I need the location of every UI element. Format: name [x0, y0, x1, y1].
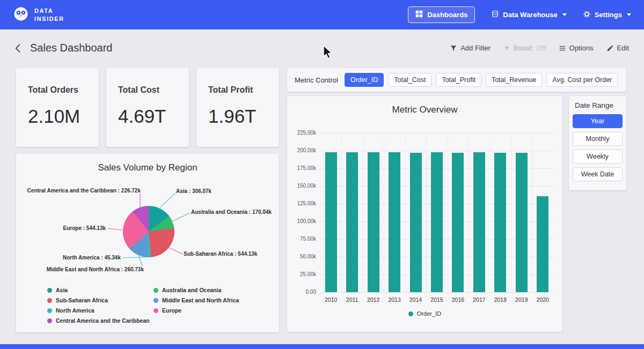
legend-label: Europe: [162, 307, 181, 314]
bar-2014: [410, 153, 422, 292]
gridline-vertical: [426, 133, 427, 292]
legend-dot: [153, 288, 158, 293]
date-range-button-year[interactable]: Year: [573, 114, 623, 128]
edit-label: Edit: [617, 44, 629, 52]
pie-callout-middle-east-and-north-africa: Middle East and North Africa : 260.73k: [26, 266, 144, 272]
metric-button-total-revenue[interactable]: Total_Revenue: [486, 73, 542, 87]
metric-button-total-cost[interactable]: Total_Cost: [388, 73, 431, 87]
legend-item-europe: Europe: [153, 307, 239, 314]
pie-callout-north-america: North America : 45.34k: [45, 255, 121, 261]
metric-button-order-id[interactable]: Order_ID: [345, 73, 384, 87]
y-tick-label: 75.00k: [287, 236, 316, 242]
x-tick-label: 2020: [532, 296, 553, 303]
legend-dot: [408, 311, 413, 316]
y-tick-label: 100.00k: [287, 218, 316, 224]
metric-button-total-profit[interactable]: Total_Profit: [436, 73, 481, 87]
metric-control-label: Metric Control: [295, 76, 338, 84]
brand-line2: INSIDER: [34, 16, 64, 22]
date-range-button-monthly[interactable]: Monthly: [573, 132, 623, 146]
date-range-button-weekly[interactable]: Weekly: [573, 150, 623, 164]
pie-callout-central-america-and-the-caribbean: Central America and the Caribbean : 226.…: [25, 188, 141, 194]
legend-label: Central America and the Caribbean: [56, 317, 150, 324]
brand-line1: DATA: [34, 8, 53, 14]
chevron-down-icon: [562, 13, 567, 16]
legend-label: North America: [56, 307, 94, 314]
brand[interactable]: DATA INSIDER: [13, 6, 64, 24]
y-tick-label: 50.00k: [287, 254, 316, 259]
kpi-row: Total Orders2.10MTotal Cost4.69TTotal Pr…: [16, 68, 279, 147]
gridline-vertical: [490, 133, 491, 292]
y-tick-label: 225.00k: [287, 130, 316, 136]
boost-toggle[interactable]: Boost: Off: [503, 44, 546, 52]
bar-chart: Order_ID 225.00k200.00k175.00k150.00k125…: [287, 96, 562, 332]
legend-dot: [47, 298, 52, 303]
bar-legend-label: Order_ID: [417, 310, 441, 317]
legend-label: Sub-Saharan Africa: [56, 297, 108, 303]
gridline-vertical: [341, 133, 342, 292]
legend-item-asia: Asia: [47, 287, 150, 293]
pie-callout-australia-and-oceania: Australia and Oceania : 170.04k: [191, 209, 272, 215]
top-navbar: DATA INSIDER Dashboards: [0, 0, 644, 29]
nav-settings-menu[interactable]: Settings: [583, 10, 631, 20]
bar-plot: [320, 133, 553, 292]
legend-item-sub-saharan-africa: Sub-Saharan Africa: [47, 297, 150, 303]
metric-button-avg-cost-per-order[interactable]: Avg. Cost per Order: [546, 73, 618, 87]
x-tick-label: 2018: [490, 296, 511, 303]
page-title: Sales Dashboard: [30, 42, 112, 54]
date-range-label: Date Range: [575, 101, 623, 109]
x-tick-label: 2016: [448, 296, 469, 303]
bar-chart-legend: Order_ID: [287, 310, 562, 317]
date-range-button-week-date[interactable]: Week Date: [573, 167, 623, 181]
bar-2019: [516, 153, 528, 292]
sales-volume-card: Sales Volume by Region AsiaSub-Saharan A…: [16, 154, 279, 332]
kpi-card-total-profit: Total Profit1.96T: [196, 68, 279, 147]
kpi-label: Total Orders: [28, 85, 99, 95]
pie-callout-asia: Asia : 306.07k: [176, 188, 211, 194]
footer-bar: [0, 344, 644, 349]
boost-label: Boost:: [514, 44, 533, 52]
nav-data-warehouse-menu[interactable]: Data Warehouse: [491, 10, 566, 20]
metric-control-bar: Metric Control Order_IDTotal_CostTotal_P…: [287, 68, 626, 92]
legend-dot: [153, 308, 158, 313]
legend-dot: [47, 318, 52, 323]
kpi-value: 4.69T: [118, 106, 189, 127]
legend-dot: [153, 298, 158, 303]
x-tick-label: 2013: [384, 296, 405, 303]
bar-2018: [494, 153, 506, 292]
legend-dot: [47, 288, 52, 293]
owl-logo-icon: [13, 6, 29, 24]
back-button[interactable]: [13, 43, 24, 54]
legend-item-australia-and-oceania: Australia and Oceania: [153, 287, 239, 293]
bar-2011: [346, 152, 358, 292]
dashboard-app: DATA INSIDER Dashboards: [0, 0, 644, 349]
legend-item-middle-east-and-north-africa: Middle East and North Africa: [153, 297, 239, 303]
x-tick-label: 2011: [341, 296, 362, 303]
nav-dashboards-button[interactable]: Dashboards: [408, 6, 475, 23]
x-tick-label: 2015: [426, 296, 447, 303]
boost-state: Off: [537, 44, 546, 52]
pie-area: AsiaSub-Saharan AfricaNorth AmericaCentr…: [16, 154, 279, 332]
y-tick-label: 125.00k: [287, 201, 316, 206]
x-tick-label: 2019: [511, 296, 532, 303]
legend-dot: [47, 308, 52, 313]
page-header: Sales Dashboard Add Filter Boost: Off Op…: [13, 42, 629, 54]
edit-button[interactable]: Edit: [606, 44, 629, 52]
gridline-vertical: [363, 133, 363, 292]
pie-callout-europe: Europe : 544.13k: [45, 225, 106, 231]
y-tick-label: 0.00: [287, 289, 316, 295]
gridline: [320, 151, 553, 151]
dashboards-grid-icon: [415, 10, 423, 19]
x-tick-label: 2014: [405, 296, 426, 303]
kpi-value: 1.96T: [208, 106, 279, 127]
pie-legend-col1: AsiaSub-Saharan AfricaNorth AmericaCentr…: [47, 287, 150, 324]
metric-control-buttons: Order_IDTotal_CostTotal_ProfitTotal_Reve…: [345, 73, 618, 87]
options-label: Options: [569, 44, 594, 52]
gridline: [320, 133, 553, 133]
gridline-vertical: [469, 133, 469, 292]
add-filter-button[interactable]: Add Filter: [450, 44, 491, 52]
y-tick-label: 200.00k: [287, 147, 316, 153]
kpi-label: Total Cost: [118, 85, 189, 95]
options-button[interactable]: Options: [559, 44, 594, 52]
gridline-vertical: [532, 133, 533, 292]
pie-callout-sub-saharan-africa: Sub-Saharan Africa : 544.13k: [184, 251, 257, 257]
